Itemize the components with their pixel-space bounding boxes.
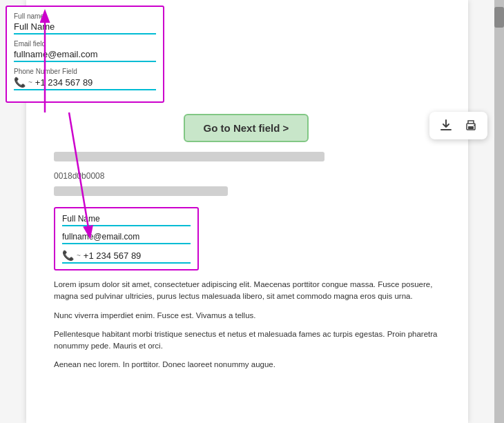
- paragraph-2: Nunc viverra imperdiet enim. Fusce est. …: [54, 310, 440, 322]
- email-label: Email field: [14, 40, 156, 48]
- download-button[interactable]: [435, 116, 457, 135]
- inline-full-name: Full Name: [62, 214, 191, 226]
- svg-point-2: [474, 125, 475, 126]
- svg-rect-1: [468, 126, 474, 129]
- doc-id: 0018d0b0008: [54, 171, 440, 181]
- inline-phone-flag: ~: [77, 252, 81, 259]
- phone-value: +1 234 567 89: [35, 77, 93, 88]
- email-value: fullname@email.com: [14, 49, 156, 62]
- inline-form-panel: Full Name fullname@email.com 📞 ~ +1 234 …: [54, 207, 199, 270]
- scrollbar[interactable]: [494, 0, 504, 423]
- inline-phone-row: 📞 ~ +1 234 567 89: [62, 250, 191, 264]
- full-name-group: Full name Full Name: [14, 12, 156, 35]
- gray-bar-2: [54, 186, 228, 196]
- page-wrapper: 0018d0b0008 Full Name fullname@email.com…: [0, 0, 504, 423]
- next-field-button[interactable]: Go to Next field >: [184, 114, 309, 142]
- phone-group: Phone Number Field 📞 ~ +1 234 567 89: [14, 68, 156, 90]
- full-name-label: Full name: [14, 12, 156, 20]
- gray-bars-section: [54, 152, 440, 161]
- phone-row: 📞 ~ +1 234 567 89: [14, 77, 156, 90]
- top-panel: Full name Full Name Email field fullname…: [6, 6, 164, 103]
- phone-globe-icon: 📞: [14, 77, 26, 88]
- gray-bar-1: [54, 152, 324, 161]
- phone-drop: ~: [28, 79, 32, 86]
- scrollbar-thumb[interactable]: [494, 7, 504, 28]
- full-name-value: Full Name: [14, 21, 156, 35]
- inline-email: fullname@email.com: [62, 232, 191, 244]
- paragraph-4: Aenean nec lorem. In porttitor. Donec la…: [54, 359, 440, 371]
- main-content: 0018d0b0008 Full Name fullname@email.com…: [0, 0, 494, 423]
- paragraph-3: Pellentesque habitant morbi tristique se…: [54, 328, 440, 353]
- inline-phone-icon: 📞: [62, 250, 74, 261]
- paragraph-1: Lorem ipsum dolor sit amet, consectetuer…: [54, 279, 440, 303]
- inline-phone-value: +1 234 567 89: [84, 250, 142, 261]
- phone-label: Phone Number Field: [14, 68, 156, 75]
- print-button[interactable]: [460, 116, 482, 135]
- toolbar: [429, 112, 487, 139]
- email-group: Email field fullname@email.com: [14, 40, 156, 62]
